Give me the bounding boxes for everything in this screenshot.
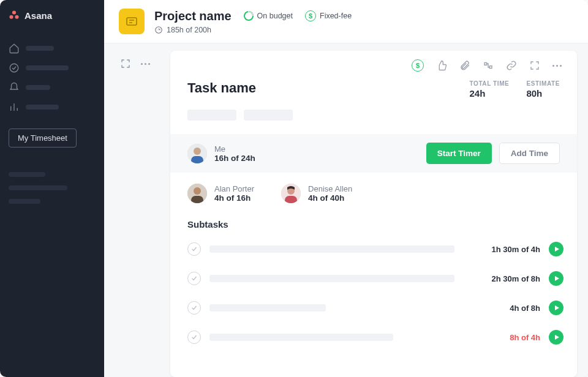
task-meta-placeholder <box>170 110 577 134</box>
subtask-time: 1h 30m of 4h <box>492 245 540 254</box>
total-time-value: 24h <box>469 88 509 99</box>
me-name: Me <box>214 144 255 154</box>
gauge-icon <box>154 26 163 34</box>
estimate-label: ESTIMATE <box>526 80 560 87</box>
more-icon[interactable] <box>141 58 152 69</box>
subtask-name-placeholder <box>209 245 454 253</box>
sidebar-item[interactable] <box>9 172 45 177</box>
complete-checkbox[interactable] <box>187 242 201 256</box>
svg-rect-11 <box>191 196 203 203</box>
brand[interactable]: Asana <box>9 10 96 21</box>
avatar <box>281 184 301 203</box>
svg-rect-8 <box>191 156 203 163</box>
subtasks-title: Subtasks <box>170 209 577 234</box>
svg-point-10 <box>194 187 201 195</box>
task-name[interactable]: Task name <box>187 80 256 96</box>
estimate-value: 80h <box>526 88 560 99</box>
bell-icon <box>9 82 20 93</box>
task-metrics: TOTAL TIME 24h ESTIMATE 80h <box>469 80 560 99</box>
project-header: Project name On budget $ Fixed-fee 185h … <box>104 0 588 43</box>
assignees: Alan Porter 4h of 16h Denise Allen 4h of… <box>170 173 577 209</box>
check-icon <box>190 334 198 341</box>
play-button[interactable] <box>549 330 564 345</box>
my-timesheet-button[interactable]: My Timesheet <box>9 129 77 147</box>
svg-rect-4 <box>127 18 137 25</box>
sidebar: Asana My Timesheet <box>0 0 104 377</box>
left-actions <box>111 51 160 377</box>
play-button[interactable] <box>549 271 564 286</box>
nav-reports[interactable] <box>9 100 96 114</box>
sidebar-section <box>9 172 96 204</box>
start-timer-button[interactable]: Start Timer <box>426 143 492 164</box>
total-time-label: TOTAL TIME <box>469 80 509 87</box>
fee-label: Fixed-fee <box>320 12 352 20</box>
play-icon <box>554 275 560 282</box>
assignee[interactable]: Alan Porter 4h of 16h <box>187 184 254 203</box>
svg-point-2 <box>15 15 18 19</box>
complete-checkbox[interactable] <box>187 330 201 344</box>
subtask-row[interactable]: 1h 30m of 4h <box>170 234 577 264</box>
avatar[interactable] <box>187 144 207 163</box>
dollar-circle-icon: $ <box>305 10 316 21</box>
svg-point-1 <box>9 15 13 19</box>
subtask-time: 8h of 4h <box>510 333 540 342</box>
assignee-name: Alan Porter <box>214 184 254 193</box>
attachment-icon[interactable] <box>459 60 470 71</box>
subtask-name-placeholder <box>209 304 326 312</box>
project-title[interactable]: Project name <box>154 9 232 23</box>
sidebar-item[interactable] <box>9 185 67 190</box>
progress-ring-icon <box>244 11 254 21</box>
assignee[interactable]: Denise Allen 4h of 40h <box>281 184 352 203</box>
fee-badge: $ Fixed-fee <box>305 10 352 21</box>
check-circle-icon <box>9 62 20 73</box>
nav-tasks[interactable] <box>9 61 96 75</box>
check-icon <box>190 275 198 282</box>
billable-icon[interactable]: $ <box>412 59 424 72</box>
current-user-row: Me 16h of 24h Start Timer Add Time <box>170 134 577 173</box>
thumbs-up-icon[interactable] <box>436 60 447 71</box>
check-icon <box>190 304 198 312</box>
task-toolbar: $ <box>170 51 577 77</box>
subtask-time: 2h 30m of 8h <box>492 274 540 283</box>
nav-inbox[interactable] <box>9 81 96 94</box>
brand-name: Asana <box>24 10 52 21</box>
play-button[interactable] <box>549 300 564 315</box>
play-icon <box>554 246 560 252</box>
sidebar-item[interactable] <box>9 199 40 204</box>
complete-checkbox[interactable] <box>187 272 201 285</box>
play-button[interactable] <box>549 242 564 256</box>
assignee-name: Denise Allen <box>308 184 352 193</box>
assignee-time: 4h of 40h <box>308 193 352 203</box>
add-time-button[interactable]: Add Time <box>499 143 560 164</box>
link-icon[interactable] <box>506 60 517 71</box>
subtask-name-placeholder <box>209 275 454 282</box>
assignee-time: 4h of 16h <box>214 193 254 203</box>
app-root: Asana My Timesheet <box>0 0 588 377</box>
more-icon[interactable] <box>552 60 564 71</box>
expand-icon[interactable] <box>120 58 131 69</box>
svg-point-0 <box>12 10 16 14</box>
subtask-time: 4h of 8h <box>510 304 540 313</box>
list-icon <box>126 17 137 26</box>
subtask-row[interactable]: 2h 30m of 8h <box>170 264 577 293</box>
svg-rect-14 <box>285 196 297 203</box>
svg-point-3 <box>10 64 18 72</box>
nav-home[interactable] <box>9 42 96 55</box>
subtask-row[interactable]: 4h of 8h <box>170 293 577 323</box>
project-icon[interactable] <box>119 9 145 34</box>
home-icon <box>9 43 20 54</box>
complete-checkbox[interactable] <box>187 301 201 315</box>
fullscreen-icon[interactable] <box>529 60 540 71</box>
budget-label: On budget <box>257 12 293 20</box>
hours-summary: 185h of 200h <box>167 26 211 34</box>
play-icon <box>554 334 560 340</box>
task-card: $ Task name TOTAL TIME 24h <box>170 51 577 377</box>
asana-logo-icon <box>9 10 20 21</box>
subtasks-icon[interactable] <box>483 60 494 71</box>
avatar <box>187 184 207 203</box>
subtask-row[interactable]: 8h of 4h <box>170 323 577 352</box>
play-icon <box>554 305 560 311</box>
bar-chart-icon <box>9 102 20 113</box>
check-icon <box>190 245 198 253</box>
me-time: 16h of 24h <box>214 154 255 163</box>
